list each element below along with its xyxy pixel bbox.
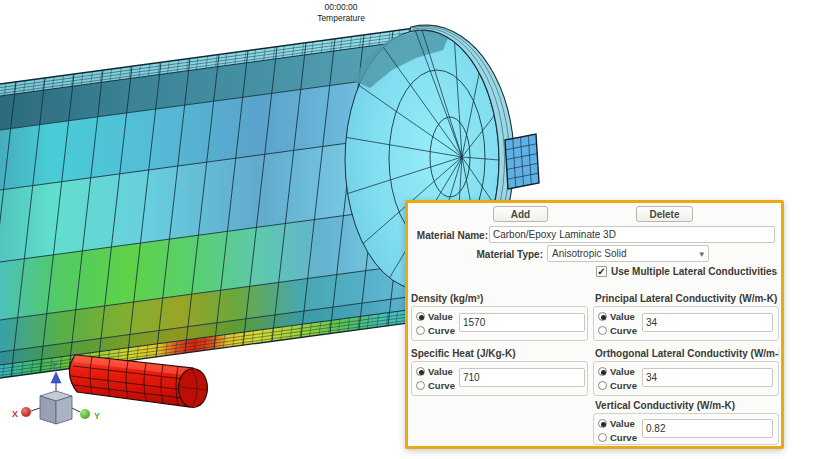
- radio-icon: [598, 381, 607, 390]
- vertical-value-radio[interactable]: Value: [598, 416, 637, 430]
- orthogonal-lateral-label: Orthogonal Lateral Conductivity (W/m-K): [595, 348, 779, 359]
- material-type-select[interactable]: Anisotropic Solid: [547, 245, 709, 262]
- density-group: Value Curve: [411, 306, 588, 341]
- material-name-label: Material Name:: [411, 230, 488, 241]
- specific-heat-value-radio[interactable]: Value: [416, 364, 455, 378]
- add-button[interactable]: Add: [493, 206, 548, 222]
- axis-z-label: Z: [52, 361, 58, 371]
- orthogonal-curve-radio[interactable]: Curve: [598, 378, 637, 392]
- principal-value-radio[interactable]: Value: [598, 309, 637, 323]
- density-input[interactable]: [459, 313, 585, 332]
- delete-button[interactable]: Delete: [636, 206, 693, 222]
- orthogonal-value-radio[interactable]: Value: [598, 364, 637, 378]
- viewport-header: 00:00:00 Temperature: [280, 2, 402, 24]
- axis-y-label: Y: [94, 411, 100, 421]
- axis-x-label: X: [12, 409, 18, 419]
- principal-lateral-group: Value Curve: [593, 306, 779, 341]
- specific-heat-label: Specific Heat (J/Kg-K): [411, 348, 591, 359]
- specific-heat-curve-radio[interactable]: Curve: [416, 378, 455, 392]
- radio-icon: [416, 381, 425, 390]
- chevron-down-icon: [699, 248, 704, 259]
- material-name-input[interactable]: [489, 226, 775, 243]
- density-label: Density (kg/m³): [411, 293, 591, 304]
- vertical-conductivity-input[interactable]: [642, 419, 773, 438]
- density-curve-radio[interactable]: Curve: [416, 323, 455, 337]
- app-window: XYZ 00:00:00 Temperature Add Delete Mate…: [0, 0, 815, 459]
- orthogonal-lateral-input[interactable]: [642, 368, 773, 387]
- radio-dot-icon: [416, 367, 425, 376]
- radio-icon: [598, 326, 607, 335]
- vertical-conductivity-label: Vertical Conductivity (W/m-K): [595, 400, 779, 411]
- radio-icon: [416, 326, 425, 335]
- orthogonal-lateral-group: Value Curve: [593, 361, 779, 396]
- material-type-label: Material Type:: [411, 249, 543, 260]
- radio-icon: [598, 433, 607, 442]
- radio-dot-icon: [598, 367, 607, 376]
- principal-lateral-label: Principal Lateral Conductivity (W/m-K): [595, 293, 779, 304]
- material-dialog: Add Delete Material Name: Material Type:…: [405, 200, 784, 449]
- vertical-conductivity-group: Value Curve: [593, 413, 779, 445]
- use-multiple-checkbox[interactable]: [596, 266, 607, 277]
- radio-dot-icon: [598, 419, 607, 428]
- analysis-time: 00:00:00: [280, 2, 402, 13]
- material-type-value: Anisotropic Solid: [552, 248, 699, 259]
- principal-lateral-input[interactable]: [642, 313, 773, 332]
- radio-dot-icon: [598, 312, 607, 321]
- use-multiple-lateral-row: Use Multiple Lateral Conductivities: [596, 266, 777, 277]
- radio-dot-icon: [416, 312, 425, 321]
- density-value-radio[interactable]: Value: [416, 309, 455, 323]
- vertical-curve-radio[interactable]: Curve: [598, 430, 637, 444]
- use-multiple-label: Use Multiple Lateral Conductivities: [611, 266, 777, 277]
- specific-heat-group: Value Curve: [411, 361, 588, 396]
- principal-curve-radio[interactable]: Curve: [598, 323, 637, 337]
- result-legend-label: Temperature: [280, 13, 402, 24]
- specific-heat-input[interactable]: [459, 368, 585, 387]
